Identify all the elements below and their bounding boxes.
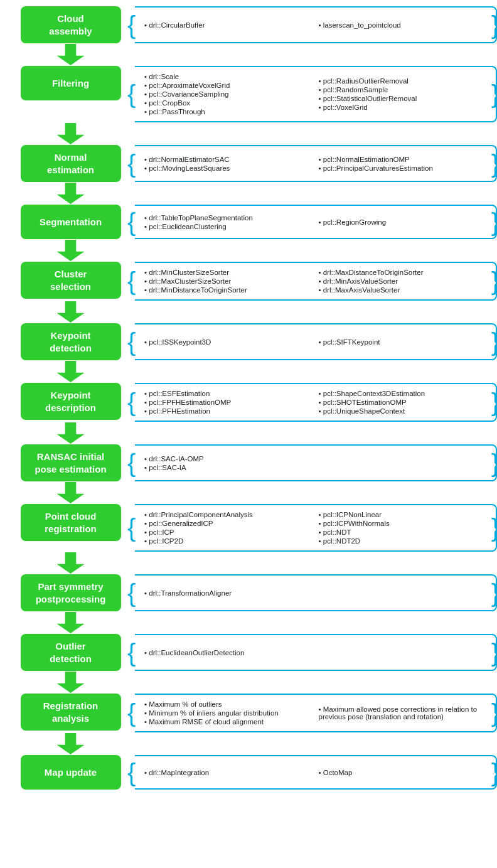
arrow-spacer-registration-analysis bbox=[6, 732, 497, 755]
arrow-spacer-cloud-assembly bbox=[6, 43, 497, 66]
list-item: pcl::RandomSample bbox=[319, 85, 487, 94]
list-item: pcl::ICPNonLinear bbox=[319, 510, 487, 519]
stage-row-cloud-assembly: Cloud assemblydrl::CircularBufferlasersc… bbox=[6, 6, 497, 43]
arrow-down-icon bbox=[57, 240, 85, 261]
list-item: OctoMap bbox=[319, 768, 487, 777]
stage-row-segmentation: Segmentationdrl::TableTopPlaneSegmentati… bbox=[6, 205, 497, 239]
stage-col-keypoint-description-1: pcl::ShapeContext3DEstimationpcl::SHOTEs… bbox=[316, 389, 490, 415]
list-item: drl::TableTopPlaneSegmentation bbox=[144, 213, 313, 222]
stage-left-keypoint-detection: Keypoint detection bbox=[6, 323, 135, 360]
list-item: drl::MinAxisValueSorter bbox=[319, 277, 487, 286]
stage-box-cluster-selection: Cluster selection bbox=[21, 262, 121, 299]
list-item: pcl::PFHEstimation bbox=[144, 407, 313, 415]
stage-col-filtering-1: pcl::RadiusOutlierRemovalpcl::RandomSamp… bbox=[316, 77, 490, 112]
list-item: pcl::RadiusOutlierRemoval bbox=[319, 77, 487, 85]
list-item: pcl::NDT bbox=[319, 528, 487, 537]
arrow-spacer-ransac-pose bbox=[6, 481, 497, 504]
stage-col-keypoint-detection-0: pcl::ISSKeypoint3D bbox=[141, 338, 316, 346]
list-item: pcl::RegionGrowing bbox=[319, 218, 487, 227]
stage-box-cloud-assembly: Cloud assembly bbox=[21, 6, 121, 43]
stage-col-point-cloud-registration-0: drl::PrincipalComponentAnalysispcl::Gene… bbox=[141, 510, 316, 545]
list-item: pcl::NormalEstimationOMP bbox=[319, 155, 487, 164]
stage-box-part-symmetry: Part symmetry postprocessing bbox=[21, 574, 121, 611]
stage-box-registration-analysis: Registration analysis bbox=[21, 694, 121, 731]
arrow-spacer-filtering bbox=[6, 122, 497, 145]
stage-row-keypoint-detection: Keypoint detectionpcl::ISSKeypoint3Dpcl:… bbox=[6, 323, 497, 360]
stage-left-outlier-detection: Outlier detection bbox=[6, 634, 135, 671]
stage-content-cloud-assembly: drl::CircularBufferlaserscan_to_pointclo… bbox=[135, 6, 497, 43]
list-item: pcl::PrincipalCurvaturesEstimation bbox=[319, 164, 487, 173]
stage-content-point-cloud-registration: drl::PrincipalComponentAnalysispcl::Gene… bbox=[135, 504, 497, 552]
stage-row-part-symmetry: Part symmetry postprocessingdrl::Transfo… bbox=[6, 574, 497, 611]
stage-left-registration-analysis: Registration analysis bbox=[6, 694, 135, 732]
arrow-spacer-segmentation bbox=[6, 239, 497, 262]
list-item: pcl::EuclideanClustering bbox=[144, 222, 313, 231]
arrow-down-icon bbox=[57, 44, 85, 65]
stage-col-cloud-assembly-0: drl::CircularBuffer bbox=[141, 21, 316, 29]
stage-content-cluster-selection: drl::MinClusterSizeSorterdrl::MaxCluster… bbox=[135, 262, 497, 301]
stage-left-segmentation: Segmentation bbox=[6, 205, 135, 239]
stage-col-map-update-1: OctoMap bbox=[316, 768, 490, 777]
stage-content-filtering: drl::Scalepcl::AproximateVoxelGridpcl::C… bbox=[135, 66, 497, 122]
stage-box-keypoint-detection: Keypoint detection bbox=[21, 323, 121, 360]
stage-col-ransac-pose-0: drl::SAC-IA-OMPpcl::SAC-IA bbox=[141, 454, 316, 472]
stage-content-ransac-pose: drl::SAC-IA-OMPpcl::SAC-IA bbox=[135, 444, 497, 481]
list-item: pcl::NDT2D bbox=[319, 537, 487, 545]
stage-content-normal-estimation: drl::NormalEstimatorSACpcl::MovingLeastS… bbox=[135, 145, 497, 182]
list-item: Maximum RMSE of cloud alignment bbox=[144, 717, 313, 726]
stage-box-segmentation: Segmentation bbox=[21, 205, 121, 239]
arrow-down-icon bbox=[57, 361, 85, 382]
stage-col-cloud-assembly-1: laserscan_to_pointcloud bbox=[316, 21, 490, 29]
stage-content-part-symmetry: drl::TransformationAligner bbox=[135, 574, 497, 611]
list-item: drl::EuclideanOutlierDetection bbox=[144, 648, 313, 657]
list-item: laserscan_to_pointcloud bbox=[319, 21, 487, 29]
list-item: pcl::GeneralizedICP bbox=[144, 519, 313, 528]
list-item: pcl::VoxelGrid bbox=[319, 103, 487, 112]
arrow-down-icon bbox=[57, 733, 85, 754]
stage-row-point-cloud-registration: Point cloud registrationdrl::PrincipalCo… bbox=[6, 504, 497, 552]
stage-col-normal-estimation-0: drl::NormalEstimatorSACpcl::MovingLeastS… bbox=[141, 155, 316, 173]
list-item: pcl::StatisticalOutlierRemoval bbox=[319, 94, 487, 103]
stage-box-map-update: Map update bbox=[21, 755, 121, 790]
list-item: pcl::MovingLeastSquares bbox=[144, 164, 313, 173]
stage-row-ransac-pose: RANSAC initial pose estimationdrl::SAC-I… bbox=[6, 444, 497, 481]
arrow-down-icon bbox=[57, 482, 85, 503]
stage-left-cluster-selection: Cluster selection bbox=[6, 262, 135, 301]
stage-left-ransac-pose: RANSAC initial pose estimation bbox=[6, 444, 135, 481]
stage-row-outlier-detection: Outlier detectiondrl::EuclideanOutlierDe… bbox=[6, 634, 497, 671]
list-item: drl::PrincipalComponentAnalysis bbox=[144, 510, 313, 519]
arrow-down-icon bbox=[57, 301, 85, 323]
stage-col-registration-analysis-1: Maximum allowed pose corrections in rela… bbox=[316, 705, 490, 721]
stage-col-registration-analysis-0: Maximum % of outliersMinimum % of inlier… bbox=[141, 700, 316, 726]
stage-box-ransac-pose: RANSAC initial pose estimation bbox=[21, 444, 121, 481]
list-item: pcl::ICP2D bbox=[144, 537, 313, 545]
stage-col-keypoint-detection-1: pcl::SIFTKeypoint bbox=[316, 338, 490, 346]
stage-col-normal-estimation-1: pcl::NormalEstimationOMPpcl::PrincipalCu… bbox=[316, 155, 490, 173]
stage-col-map-update-0: drl::MapIntegration bbox=[141, 768, 316, 777]
stage-col-point-cloud-registration-1: pcl::ICPNonLinearpcl::ICPWithNormalspcl:… bbox=[316, 510, 490, 545]
stage-left-point-cloud-registration: Point cloud registration bbox=[6, 504, 135, 552]
stage-left-map-update: Map update bbox=[6, 755, 135, 790]
list-item: pcl::PassThrough bbox=[144, 107, 313, 116]
list-item: drl::MapIntegration bbox=[144, 768, 313, 777]
arrow-down-icon bbox=[57, 123, 85, 144]
stage-row-registration-analysis: Registration analysisMaximum % of outlie… bbox=[6, 694, 497, 732]
arrow-down-icon bbox=[57, 672, 85, 693]
stage-col-part-symmetry-0: drl::TransformationAligner bbox=[141, 589, 316, 597]
stage-box-point-cloud-registration: Point cloud registration bbox=[21, 504, 121, 541]
stage-left-part-symmetry: Part symmetry postprocessing bbox=[6, 574, 135, 611]
list-item: drl::CircularBuffer bbox=[144, 21, 313, 29]
list-item: pcl::ISSKeypoint3D bbox=[144, 338, 313, 346]
arrow-spacer-outlier-detection bbox=[6, 671, 497, 694]
pipeline-container: Cloud assemblydrl::CircularBufferlasersc… bbox=[0, 0, 497, 796]
stage-content-segmentation: drl::TableTopPlaneSegmentationpcl::Eucli… bbox=[135, 205, 497, 239]
stage-box-keypoint-description: Keypoint description bbox=[21, 383, 121, 420]
list-item: drl::MinDistanceToOriginSorter bbox=[144, 286, 313, 294]
stage-row-filtering: Filteringdrl::Scalepcl::AproximateVoxelG… bbox=[6, 66, 497, 122]
list-item: drl::SAC-IA-OMP bbox=[144, 454, 313, 463]
list-item: pcl::CovarianceSampling bbox=[144, 90, 313, 99]
stage-content-keypoint-detection: pcl::ISSKeypoint3Dpcl::SIFTKeypoint bbox=[135, 323, 497, 360]
list-item: pcl::ShapeContext3DEstimation bbox=[319, 389, 487, 398]
arrow-down-icon bbox=[57, 183, 85, 204]
stage-row-cluster-selection: Cluster selectiondrl::MinClusterSizeSort… bbox=[6, 262, 497, 301]
